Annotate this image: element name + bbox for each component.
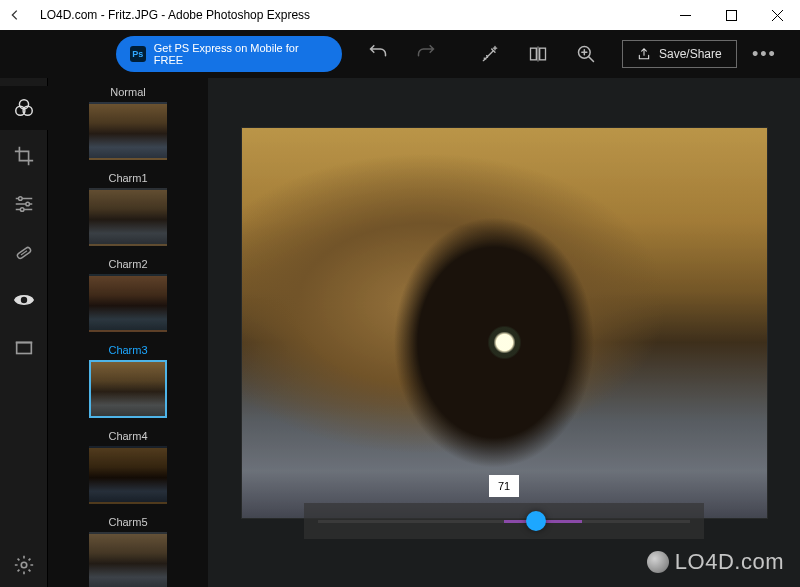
window-controls — [662, 0, 800, 30]
undo-button[interactable] — [358, 34, 398, 74]
left-rail — [0, 78, 48, 587]
svg-rect-2 — [540, 48, 546, 60]
promo-banner[interactable]: Ps Get PS Express on Mobile for FREE — [116, 36, 342, 72]
filter-item-normal[interactable]: Normal — [48, 82, 208, 168]
filter-label: Normal — [110, 86, 145, 98]
slider-value: 71 — [489, 475, 519, 497]
slider-track[interactable] — [304, 503, 704, 539]
watermark-text: LO4D.com — [675, 549, 784, 575]
watermark: LO4D.com — [647, 549, 784, 575]
slider-thumb[interactable] — [526, 511, 546, 531]
svg-point-8 — [25, 202, 29, 206]
undo-redo-group — [350, 34, 454, 74]
zoom-button[interactable] — [566, 34, 606, 74]
more-menu-button[interactable]: ••• — [745, 34, 784, 74]
filter-thumbnail — [89, 360, 167, 418]
back-button[interactable] — [8, 8, 40, 22]
svg-rect-12 — [16, 343, 31, 354]
redo-button[interactable] — [406, 34, 446, 74]
center-tools — [462, 34, 614, 74]
filter-thumbnail — [89, 102, 167, 160]
intensity-slider: 71 — [304, 475, 704, 539]
rail-adjustments[interactable] — [0, 182, 48, 226]
svg-rect-0 — [726, 10, 736, 20]
main-area: Normal Charm1 Charm2 Charm3 Charm4 Charm… — [0, 78, 800, 587]
filter-item-charm3[interactable]: Charm3 — [48, 340, 208, 426]
filter-item-charm2[interactable]: Charm2 — [48, 254, 208, 340]
rail-eye[interactable] — [0, 278, 48, 322]
filter-label: Charm1 — [108, 172, 147, 184]
minimize-button[interactable] — [662, 0, 708, 30]
svg-point-11 — [20, 297, 26, 303]
maximize-button[interactable] — [708, 0, 754, 30]
filter-label: Charm2 — [108, 258, 147, 270]
rail-settings[interactable] — [0, 543, 48, 587]
ps-icon: Ps — [130, 46, 146, 62]
filter-label: Charm3 — [108, 344, 147, 356]
rail-spot-heal[interactable] — [0, 230, 48, 274]
close-button[interactable] — [754, 0, 800, 30]
filter-item-charm5[interactable]: Charm5 — [48, 512, 208, 587]
auto-enhance-button[interactable] — [470, 34, 510, 74]
slider-line — [318, 520, 690, 523]
save-share-button[interactable]: Save/Share — [622, 40, 737, 68]
filter-thumbnail — [89, 532, 167, 587]
filter-thumbnail — [89, 274, 167, 332]
filter-panel: Normal Charm1 Charm2 Charm3 Charm4 Charm… — [48, 78, 208, 587]
top-toolbar: Ps Get PS Express on Mobile for FREE Sav… — [0, 30, 800, 78]
filter-label: Charm4 — [108, 430, 147, 442]
svg-point-14 — [21, 562, 27, 568]
svg-rect-13 — [15, 342, 32, 344]
svg-point-7 — [18, 197, 22, 201]
titlebar: LO4D.com - Fritz.JPG - Adobe Photoshop E… — [0, 0, 800, 30]
filter-thumbnail — [89, 446, 167, 504]
filter-label: Charm5 — [108, 516, 147, 528]
globe-icon — [647, 551, 669, 573]
promo-label: Get PS Express on Mobile for FREE — [154, 42, 328, 66]
rail-crop[interactable] — [0, 134, 48, 178]
save-share-label: Save/Share — [659, 47, 722, 61]
filter-item-charm4[interactable]: Charm4 — [48, 426, 208, 512]
filter-item-charm1[interactable]: Charm1 — [48, 168, 208, 254]
window-title: LO4D.com - Fritz.JPG - Adobe Photoshop E… — [40, 8, 662, 22]
canvas-area: 71 — [208, 78, 800, 587]
share-icon — [637, 47, 651, 61]
rail-borders[interactable] — [0, 326, 48, 370]
svg-rect-1 — [530, 48, 536, 60]
compare-button[interactable] — [518, 34, 558, 74]
photo-preview[interactable] — [242, 128, 767, 518]
svg-point-9 — [20, 208, 24, 212]
filter-thumbnail — [89, 188, 167, 246]
rail-looks[interactable] — [0, 86, 48, 130]
